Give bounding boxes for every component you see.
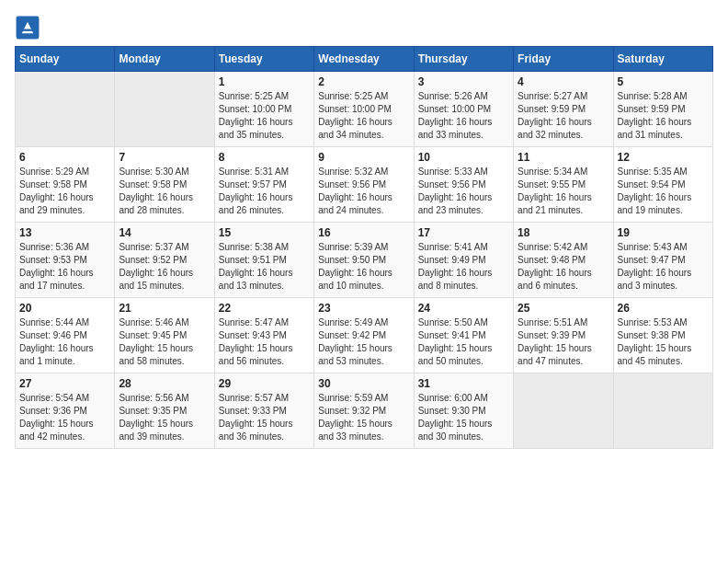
calendar-cell: 17Sunrise: 5:41 AM Sunset: 9:49 PM Dayli… (414, 223, 513, 298)
calendar-week-3: 13Sunrise: 5:36 AM Sunset: 9:53 PM Dayli… (16, 223, 713, 298)
day-number: 25 (518, 302, 609, 315)
header-day-sunday: Sunday (16, 47, 115, 72)
calendar-cell: 3Sunrise: 5:26 AM Sunset: 10:00 PM Dayli… (414, 72, 513, 147)
calendar-week-2: 6Sunrise: 5:29 AM Sunset: 9:58 PM Daylig… (16, 147, 713, 223)
cell-content: Sunrise: 5:27 AM Sunset: 9:59 PM Dayligh… (518, 90, 609, 142)
day-number: 31 (418, 377, 509, 390)
cell-content: Sunrise: 5:50 AM Sunset: 9:41 PM Dayligh… (418, 316, 509, 368)
cell-content: Sunrise: 5:35 AM Sunset: 9:54 PM Dayligh… (618, 166, 709, 217)
day-number: 17 (418, 226, 509, 239)
calendar-cell: 11Sunrise: 5:34 AM Sunset: 9:55 PM Dayli… (514, 147, 613, 223)
calendar-table: SundayMondayTuesdayWednesdayThursdayFrid… (15, 46, 713, 449)
cell-content: Sunrise: 5:56 AM Sunset: 9:35 PM Dayligh… (119, 392, 210, 443)
day-number: 9 (318, 151, 409, 164)
day-number: 27 (19, 377, 110, 390)
cell-content: Sunrise: 5:31 AM Sunset: 9:57 PM Dayligh… (219, 166, 310, 217)
cell-content: Sunrise: 5:59 AM Sunset: 9:32 PM Dayligh… (318, 392, 409, 443)
day-number: 7 (119, 151, 210, 164)
header-day-monday: Monday (115, 47, 214, 72)
day-number: 2 (318, 75, 409, 88)
day-number: 8 (219, 151, 310, 164)
cell-content: Sunrise: 5:28 AM Sunset: 9:59 PM Dayligh… (618, 90, 709, 142)
cell-content: Sunrise: 5:46 AM Sunset: 9:45 PM Dayligh… (119, 316, 210, 368)
header-day-wednesday: Wednesday (314, 47, 414, 72)
day-number: 26 (618, 302, 709, 315)
header-day-tuesday: Tuesday (214, 47, 313, 72)
calendar-cell: 14Sunrise: 5:37 AM Sunset: 9:52 PM Dayli… (115, 223, 214, 298)
calendar-cell: 24Sunrise: 5:50 AM Sunset: 9:41 PM Dayli… (414, 298, 513, 373)
calendar-cell: 7Sunrise: 5:30 AM Sunset: 9:58 PM Daylig… (115, 147, 214, 223)
calendar-cell: 29Sunrise: 5:57 AM Sunset: 9:33 PM Dayli… (214, 373, 313, 449)
calendar-cell: 27Sunrise: 5:54 AM Sunset: 9:36 PM Dayli… (16, 373, 115, 449)
calendar-cell: 5Sunrise: 5:28 AM Sunset: 9:59 PM Daylig… (613, 72, 712, 147)
cell-content: Sunrise: 5:51 AM Sunset: 9:39 PM Dayligh… (518, 316, 609, 368)
day-number: 23 (318, 302, 409, 315)
calendar-cell: 8Sunrise: 5:31 AM Sunset: 9:57 PM Daylig… (214, 147, 313, 223)
svg-rect-2 (22, 29, 33, 31)
day-number: 15 (219, 226, 310, 239)
cell-content: Sunrise: 5:39 AM Sunset: 9:50 PM Dayligh… (318, 241, 409, 293)
cell-content: Sunrise: 6:00 AM Sunset: 9:30 PM Dayligh… (418, 392, 509, 443)
calendar-cell: 21Sunrise: 5:46 AM Sunset: 9:45 PM Dayli… (115, 298, 214, 373)
calendar-cell: 28Sunrise: 5:56 AM Sunset: 9:35 PM Dayli… (115, 373, 214, 449)
cell-content: Sunrise: 5:29 AM Sunset: 9:58 PM Dayligh… (19, 166, 110, 217)
calendar-cell: 18Sunrise: 5:42 AM Sunset: 9:48 PM Dayli… (514, 223, 613, 298)
day-number: 20 (19, 302, 110, 315)
calendar-cell: 13Sunrise: 5:36 AM Sunset: 9:53 PM Dayli… (16, 223, 115, 298)
calendar-cell: 9Sunrise: 5:32 AM Sunset: 9:56 PM Daylig… (314, 147, 414, 223)
cell-content: Sunrise: 5:37 AM Sunset: 9:52 PM Dayligh… (119, 241, 210, 293)
cell-content: Sunrise: 5:57 AM Sunset: 9:33 PM Dayligh… (219, 392, 310, 443)
day-number: 13 (19, 226, 110, 239)
day-number: 11 (518, 151, 609, 164)
day-number: 19 (618, 226, 709, 239)
day-number: 14 (119, 226, 210, 239)
calendar-cell: 2Sunrise: 5:25 AM Sunset: 10:00 PM Dayli… (314, 72, 414, 147)
calendar-cell: 10Sunrise: 5:33 AM Sunset: 9:56 PM Dayli… (414, 147, 513, 223)
calendar-cell (16, 72, 115, 147)
day-number: 12 (618, 151, 709, 164)
cell-content: Sunrise: 5:41 AM Sunset: 9:49 PM Dayligh… (418, 241, 509, 293)
calendar-header-row: SundayMondayTuesdayWednesdayThursdayFrid… (16, 47, 713, 72)
calendar-cell: 23Sunrise: 5:49 AM Sunset: 9:42 PM Dayli… (314, 298, 414, 373)
cell-content: Sunrise: 5:43 AM Sunset: 9:47 PM Dayligh… (618, 241, 709, 293)
cell-content: Sunrise: 5:34 AM Sunset: 9:55 PM Dayligh… (518, 166, 609, 217)
day-number: 3 (418, 75, 509, 88)
cell-content: Sunrise: 5:32 AM Sunset: 9:56 PM Dayligh… (318, 166, 409, 217)
cell-content: Sunrise: 5:25 AM Sunset: 10:00 PM Daylig… (219, 90, 310, 142)
day-number: 22 (219, 302, 310, 315)
calendar-cell (514, 373, 613, 449)
calendar-cell: 12Sunrise: 5:35 AM Sunset: 9:54 PM Dayli… (613, 147, 712, 223)
calendar-week-5: 27Sunrise: 5:54 AM Sunset: 9:36 PM Dayli… (16, 373, 713, 449)
cell-content: Sunrise: 5:38 AM Sunset: 9:51 PM Dayligh… (219, 241, 310, 293)
calendar-cell: 25Sunrise: 5:51 AM Sunset: 9:39 PM Dayli… (514, 298, 613, 373)
day-number: 4 (518, 75, 609, 88)
calendar-cell: 4Sunrise: 5:27 AM Sunset: 9:59 PM Daylig… (514, 72, 613, 147)
day-number: 30 (318, 377, 409, 390)
cell-content: Sunrise: 5:36 AM Sunset: 9:53 PM Dayligh… (19, 241, 110, 293)
cell-content: Sunrise: 5:30 AM Sunset: 9:58 PM Dayligh… (119, 166, 210, 217)
cell-content: Sunrise: 5:33 AM Sunset: 9:56 PM Dayligh… (418, 166, 509, 217)
day-number: 21 (119, 302, 210, 315)
day-number: 24 (418, 302, 509, 315)
cell-content: Sunrise: 5:25 AM Sunset: 10:00 PM Daylig… (318, 90, 409, 142)
calendar-cell: 19Sunrise: 5:43 AM Sunset: 9:47 PM Dayli… (613, 223, 712, 298)
calendar-cell (613, 373, 712, 449)
calendar-cell: 16Sunrise: 5:39 AM Sunset: 9:50 PM Dayli… (314, 223, 414, 298)
calendar-cell: 6Sunrise: 5:29 AM Sunset: 9:58 PM Daylig… (16, 147, 115, 223)
logo-icon (15, 15, 40, 40)
calendar-cell: 22Sunrise: 5:47 AM Sunset: 9:43 PM Dayli… (214, 298, 313, 373)
calendar-week-4: 20Sunrise: 5:44 AM Sunset: 9:46 PM Dayli… (16, 298, 713, 373)
header-day-friday: Friday (514, 47, 613, 72)
cell-content: Sunrise: 5:53 AM Sunset: 9:38 PM Dayligh… (618, 316, 709, 368)
day-number: 5 (618, 75, 709, 88)
day-number: 6 (19, 151, 110, 164)
logo (15, 15, 44, 40)
header-day-thursday: Thursday (414, 47, 513, 72)
cell-content: Sunrise: 5:44 AM Sunset: 9:46 PM Dayligh… (19, 316, 110, 368)
day-number: 18 (518, 226, 609, 239)
day-number: 1 (219, 75, 310, 88)
cell-content: Sunrise: 5:26 AM Sunset: 10:00 PM Daylig… (418, 90, 509, 142)
calendar-cell: 15Sunrise: 5:38 AM Sunset: 9:51 PM Dayli… (214, 223, 313, 298)
day-number: 28 (119, 377, 210, 390)
calendar-cell (115, 72, 214, 147)
